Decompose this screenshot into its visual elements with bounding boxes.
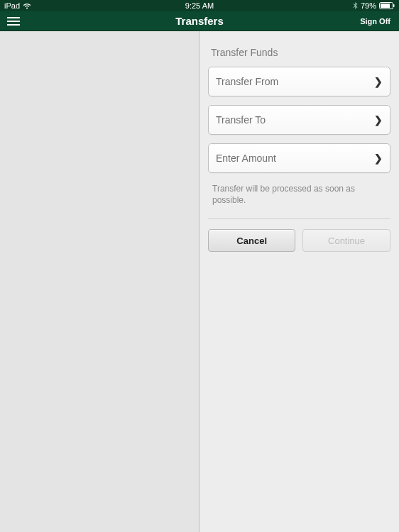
transfer-from-label: Transfer From <box>216 76 278 87</box>
left-pane <box>0 31 200 532</box>
svg-rect-1 <box>381 4 390 8</box>
transfer-from-row[interactable]: Transfer From ❯ <box>208 67 390 96</box>
cancel-button[interactable]: Cancel <box>208 229 295 252</box>
battery-percent: 79% <box>361 1 376 10</box>
carrier-label: iPad <box>4 1 20 10</box>
enter-amount-label: Enter Amount <box>216 153 276 164</box>
processing-hint: Transfer will be processed as soon as po… <box>208 182 390 206</box>
status-right: 79% <box>353 1 395 10</box>
status-time: 9:25 AM <box>185 1 214 10</box>
button-row: Cancel Continue <box>208 229 390 252</box>
chevron-right-icon: ❯ <box>374 153 383 164</box>
sign-off-button[interactable]: Sign Off <box>357 16 393 27</box>
page-title: Transfers <box>175 15 224 27</box>
enter-amount-row[interactable]: Enter Amount ❯ <box>208 143 390 173</box>
divider <box>208 218 390 219</box>
status-bar: iPad 9:25 AM 79% <box>0 0 399 11</box>
battery-icon <box>379 2 395 9</box>
status-left: iPad <box>4 1 31 10</box>
chevron-right-icon: ❯ <box>374 76 383 87</box>
continue-button[interactable]: Continue <box>302 229 390 252</box>
nav-bar: Transfers Sign Off <box>0 11 399 31</box>
transfer-to-row[interactable]: Transfer To ❯ <box>208 105 390 135</box>
svg-rect-2 <box>393 4 395 7</box>
content-area: Transfer Funds Transfer From ❯ Transfer … <box>0 31 399 532</box>
wifi-icon <box>23 3 31 9</box>
bluetooth-icon <box>353 2 358 10</box>
section-title: Transfer Funds <box>211 47 388 58</box>
transfer-to-label: Transfer To <box>216 114 266 126</box>
menu-icon[interactable] <box>6 16 21 27</box>
right-pane: Transfer Funds Transfer From ❯ Transfer … <box>200 31 399 532</box>
chevron-right-icon: ❯ <box>374 114 383 126</box>
